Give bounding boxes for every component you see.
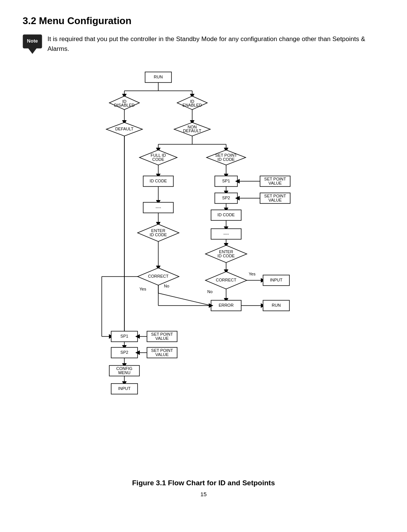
svg-text:ID CODE: ID CODE <box>150 179 167 183</box>
svg-text:SP1: SP1 <box>121 334 129 338</box>
svg-text:Note: Note <box>27 38 38 44</box>
no-left-label: No <box>164 284 169 288</box>
svg-text:ERROR: ERROR <box>219 303 234 307</box>
svg-text:RUN: RUN <box>272 303 281 307</box>
svg-text:VALUE: VALUE <box>268 181 282 185</box>
svg-text:VALUE: VALUE <box>268 198 282 202</box>
svg-text:DEFAULT: DEFAULT <box>115 127 134 131</box>
svg-text:DEFAULT: DEFAULT <box>183 128 202 133</box>
svg-text:INPUT: INPUT <box>270 278 283 282</box>
flowchart-svg: .box { fill: #fff; stroke: #000; stroke-… <box>49 65 358 472</box>
svg-text:ID CODE: ID CODE <box>217 254 235 258</box>
run-label: RUN <box>154 75 163 79</box>
svg-text:CODE: CODE <box>152 157 164 162</box>
svg-text:CORRECT: CORRECT <box>216 278 237 282</box>
yes-right-label: Yes <box>249 272 256 276</box>
note-text: It is required that you put the controll… <box>47 34 384 54</box>
note-icon: Note <box>23 34 42 54</box>
svg-text:DISABLED: DISABLED <box>114 103 135 107</box>
svg-text:INPUT: INPUT <box>118 386 131 391</box>
svg-text:ID CODE: ID CODE <box>150 232 167 237</box>
section-heading: 3.2 Menu Configuration <box>23 15 384 27</box>
svg-text:CORRECT: CORRECT <box>148 274 169 278</box>
svg-text:VALUE: VALUE <box>155 352 168 357</box>
svg-text:----: ---- <box>156 205 161 209</box>
svg-line-57 <box>158 293 211 306</box>
page-number: 15 <box>23 491 384 497</box>
svg-text:SP2: SP2 <box>121 350 129 355</box>
svg-text:ENABLED: ENABLED <box>182 103 202 107</box>
svg-marker-2 <box>28 48 37 54</box>
flowchart-container: .box { fill: #fff; stroke: #000; stroke-… <box>23 65 384 472</box>
svg-text:SP2: SP2 <box>222 196 230 200</box>
svg-text:ID CODE: ID CODE <box>217 212 235 217</box>
yes-left-label: Yes <box>139 287 146 291</box>
note-section: Note It is required that you put the con… <box>23 34 384 54</box>
svg-text:MENU: MENU <box>118 370 130 375</box>
svg-text:VALUE: VALUE <box>155 336 168 341</box>
svg-text:SP1: SP1 <box>222 179 230 183</box>
svg-text:----: ---- <box>223 231 229 236</box>
no-right-label: No <box>207 289 213 294</box>
figure-caption: Figure 3.1 Flow Chart for ID and Setpoin… <box>23 479 384 487</box>
svg-text:ID CODE: ID CODE <box>217 157 235 162</box>
